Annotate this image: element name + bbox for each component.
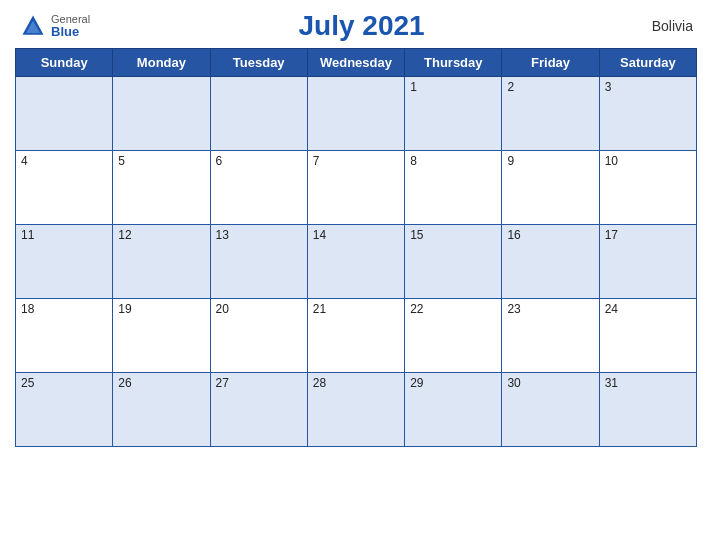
day-number: 31	[605, 376, 618, 390]
header-friday: Friday	[502, 49, 599, 77]
day-number: 5	[118, 154, 125, 168]
day-number: 8	[410, 154, 417, 168]
header-saturday: Saturday	[599, 49, 696, 77]
day-number: 19	[118, 302, 131, 316]
calendar-day-cell: 12	[113, 225, 210, 299]
calendar-day-cell: 21	[307, 299, 404, 373]
calendar-day-cell: 9	[502, 151, 599, 225]
day-number: 25	[21, 376, 34, 390]
calendar-day-cell: 15	[405, 225, 502, 299]
calendar-day-cell: 7	[307, 151, 404, 225]
day-number: 27	[216, 376, 229, 390]
calendar-day-cell	[16, 77, 113, 151]
header-wednesday: Wednesday	[307, 49, 404, 77]
day-number: 9	[507, 154, 514, 168]
calendar-title: July 2021	[90, 10, 633, 42]
day-number: 6	[216, 154, 223, 168]
calendar-body: 1234567891011121314151617181920212223242…	[16, 77, 697, 447]
calendar-day-cell: 2	[502, 77, 599, 151]
weekday-header-row: Sunday Monday Tuesday Wednesday Thursday…	[16, 49, 697, 77]
calendar-day-cell: 20	[210, 299, 307, 373]
calendar-page: General Blue July 2021 Bolivia Sunday Mo…	[0, 0, 712, 550]
calendar-table: Sunday Monday Tuesday Wednesday Thursday…	[15, 48, 697, 447]
day-number: 7	[313, 154, 320, 168]
calendar-day-cell: 16	[502, 225, 599, 299]
calendar-week-row: 11121314151617	[16, 225, 697, 299]
day-number: 30	[507, 376, 520, 390]
day-number: 21	[313, 302, 326, 316]
logo-text: General Blue	[51, 13, 90, 39]
day-number: 29	[410, 376, 423, 390]
calendar-day-cell: 6	[210, 151, 307, 225]
calendar-header: Sunday Monday Tuesday Wednesday Thursday…	[16, 49, 697, 77]
calendar-day-cell: 25	[16, 373, 113, 447]
calendar-day-cell: 29	[405, 373, 502, 447]
calendar-day-cell: 11	[16, 225, 113, 299]
day-number: 12	[118, 228, 131, 242]
header-tuesday: Tuesday	[210, 49, 307, 77]
calendar-week-row: 25262728293031	[16, 373, 697, 447]
calendar-day-cell: 17	[599, 225, 696, 299]
day-number: 17	[605, 228, 618, 242]
calendar-day-cell: 19	[113, 299, 210, 373]
calendar-day-cell: 26	[113, 373, 210, 447]
day-number: 24	[605, 302, 618, 316]
day-number: 13	[216, 228, 229, 242]
day-number: 22	[410, 302, 423, 316]
calendar-day-cell: 28	[307, 373, 404, 447]
header-monday: Monday	[113, 49, 210, 77]
day-number: 14	[313, 228, 326, 242]
day-number: 26	[118, 376, 131, 390]
calendar-day-cell: 13	[210, 225, 307, 299]
day-number: 4	[21, 154, 28, 168]
calendar-week-row: 45678910	[16, 151, 697, 225]
logo-blue: Blue	[51, 25, 90, 39]
calendar-day-cell: 14	[307, 225, 404, 299]
day-number: 2	[507, 80, 514, 94]
calendar-week-row: 18192021222324	[16, 299, 697, 373]
calendar-day-cell: 10	[599, 151, 696, 225]
day-number: 11	[21, 228, 34, 242]
day-number: 23	[507, 302, 520, 316]
day-number: 18	[21, 302, 34, 316]
calendar-day-cell: 3	[599, 77, 696, 151]
header-sunday: Sunday	[16, 49, 113, 77]
calendar-day-cell: 31	[599, 373, 696, 447]
country-label: Bolivia	[633, 18, 693, 34]
calendar-week-row: 123	[16, 77, 697, 151]
day-number: 10	[605, 154, 618, 168]
day-number: 15	[410, 228, 423, 242]
calendar-day-cell: 5	[113, 151, 210, 225]
day-number: 20	[216, 302, 229, 316]
calendar-day-cell: 23	[502, 299, 599, 373]
day-number: 3	[605, 80, 612, 94]
calendar-day-cell	[113, 77, 210, 151]
calendar-day-cell: 1	[405, 77, 502, 151]
generalblue-logo-icon	[19, 12, 47, 40]
calendar-day-cell: 30	[502, 373, 599, 447]
page-header: General Blue July 2021 Bolivia	[15, 10, 697, 42]
calendar-day-cell: 22	[405, 299, 502, 373]
header-thursday: Thursday	[405, 49, 502, 77]
calendar-day-cell: 27	[210, 373, 307, 447]
calendar-day-cell: 24	[599, 299, 696, 373]
logo: General Blue	[19, 12, 90, 40]
calendar-day-cell	[210, 77, 307, 151]
calendar-day-cell: 8	[405, 151, 502, 225]
day-number: 28	[313, 376, 326, 390]
calendar-day-cell	[307, 77, 404, 151]
calendar-day-cell: 4	[16, 151, 113, 225]
day-number: 16	[507, 228, 520, 242]
calendar-day-cell: 18	[16, 299, 113, 373]
day-number: 1	[410, 80, 417, 94]
